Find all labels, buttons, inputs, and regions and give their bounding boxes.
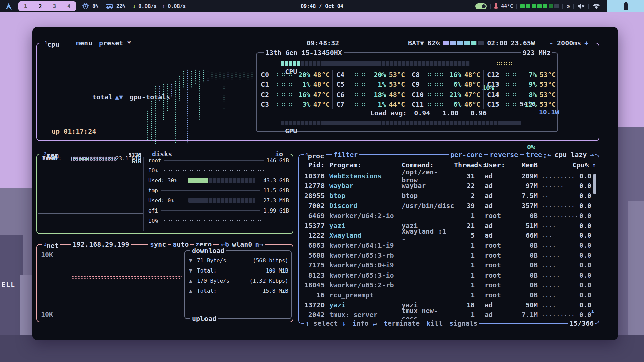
- process-pid: 7002: [304, 202, 325, 210]
- gpu-totals-label[interactable]: gpu-totals: [128, 93, 172, 101]
- core-row: C5 1% 53°C: [332, 80, 408, 90]
- disk-size: 1.99 GiB: [263, 207, 289, 214]
- battery-status[interactable]: BAT▼ 82% 02:00 23.65W: [406, 39, 537, 47]
- process-cpu: 0.0: [577, 222, 591, 230]
- core-temp: 48°C: [461, 71, 480, 79]
- process-mem: 7.5M: [505, 192, 538, 200]
- process-row[interactable]: 10378 WebExtensions /opt/zen-brow 31 ad …: [299, 171, 599, 181]
- net-rate-row: ▼ 71 Byte/s (568 bitps): [189, 256, 288, 264]
- kill-button[interactable]: kill: [426, 319, 443, 328]
- core-usage-graph: [277, 83, 294, 86]
- wifi-icon[interactable]: [592, 3, 600, 9]
- workspace-button[interactable]: 3: [49, 3, 61, 9]
- process-cpu-graph: ..: [542, 193, 574, 199]
- process-row[interactable]: 1222 Xwayland Xwayland :1 - 5 ad 66M ...…: [299, 231, 599, 241]
- rate-arrow-icon: ▲: [189, 278, 197, 284]
- toggle-switch[interactable]: [475, 3, 487, 9]
- core-usage-graph: [277, 93, 294, 96]
- select-buttons[interactable]: ↑ select ↓: [305, 319, 346, 328]
- filter-button[interactable]: filter: [332, 150, 359, 159]
- process-program: kworker/u65:3-rb: [329, 251, 402, 259]
- process-row[interactable]: 12778 waybar waybar 22 ad 97M ...... 0.0: [299, 181, 599, 191]
- signals-button[interactable]: signals: [449, 319, 477, 328]
- core-percent: 3%: [294, 100, 310, 108]
- per-core-toggle[interactable]: per-core: [449, 150, 484, 159]
- core-percent: 21%: [445, 90, 461, 99]
- header-cpu[interactable]: Cpu%: [538, 161, 589, 169]
- cpu-chip-icon: [82, 3, 89, 9]
- info-button[interactable]: info ↵: [352, 319, 376, 328]
- process-program: btop: [329, 192, 402, 200]
- process-row[interactable]: 7175 kworker/u65:0+i9 1 root 0B .... 0.0: [299, 260, 599, 270]
- core-temp: 53°C: [537, 90, 556, 99]
- core-grid: C0 20% 48°C C1 1% 48°C C2 16% 47°C: [257, 70, 559, 109]
- process-row[interactable]: 7002 Discord /usr/bin/disc 39 ad 357M ..…: [299, 201, 599, 211]
- wall-graffiti: ELL: [1, 280, 15, 288]
- sort-next-button[interactable]: →: [590, 150, 594, 159]
- sort-direction-icon[interactable]: ↑: [592, 161, 596, 169]
- sort-column-switcher[interactable]: ← cpu lazy →: [546, 150, 595, 159]
- interface-switcher[interactable]: ←b wlan0 n→: [219, 240, 265, 249]
- header-pid[interactable]: Pid:: [304, 161, 325, 169]
- cpu-box-title: 1cpu: [43, 39, 61, 49]
- process-threads: 31: [454, 172, 475, 180]
- auto-toggle[interactable]: auto: [171, 240, 190, 249]
- process-cpu: 0.0: [577, 291, 591, 299]
- core-row: C2 16% 47°C: [257, 89, 332, 100]
- process-mem: 50M: [505, 301, 538, 309]
- process-row[interactable]: 18045 kworker/u65:2-rb 1 root 0B ..... 0…: [299, 280, 599, 290]
- header-threads[interactable]: Threads:: [454, 161, 475, 169]
- scroll-down-icon[interactable]: ↓: [591, 307, 595, 315]
- process-program: Discord: [329, 202, 402, 210]
- process-mem: 66M: [505, 231, 538, 239]
- reverse-toggle[interactable]: reverse: [488, 150, 520, 159]
- process-mem: 0B: [505, 251, 538, 259]
- tree-toggle[interactable]: tree: [524, 150, 544, 159]
- workspace-button[interactable]: 2: [34, 3, 46, 10]
- disk-used-label: Used: 30%: [148, 177, 188, 184]
- process-user: root: [485, 241, 505, 249]
- process-pid: 8123: [304, 271, 325, 279]
- workspace-button[interactable]: 4: [63, 3, 75, 9]
- graph-scale-arrows[interactable]: ▲▼: [113, 93, 125, 101]
- iface-next-button[interactable]: n→: [255, 240, 263, 249]
- gear-icon[interactable]: ⚙: [566, 3, 570, 10]
- proc-scrollbar-thumb[interactable]: [593, 174, 596, 194]
- workspace-button[interactable]: 1: [20, 3, 32, 9]
- core-row: C3 3% 47°C: [257, 100, 332, 110]
- cpu-meter: [281, 61, 470, 66]
- disk-tmp-used-row: Used: 0% 27.3 MiB: [148, 196, 289, 204]
- process-row[interactable]: 2042 tmux: server tmux new-sess 1 ad 7.1…: [299, 310, 599, 320]
- process-row[interactable]: 6469 kworker/u64:2-io 1 root 0B ........…: [299, 210, 599, 221]
- sync-toggle[interactable]: sync: [148, 240, 168, 249]
- process-row[interactable]: 8123 kworker/u65:3-io 1 root 0B ..... 0.…: [299, 270, 599, 280]
- graph-mode-label[interactable]: total: [91, 93, 114, 101]
- header-program[interactable]: Program:: [329, 161, 402, 169]
- process-cpu: 0.0: [577, 212, 591, 220]
- process-threads: 1: [454, 281, 475, 289]
- process-threads: 21: [454, 222, 475, 230]
- battery-module[interactable]: [607, 0, 644, 12]
- interval-increase-button[interactable]: +: [584, 39, 588, 47]
- process-row[interactable]: 16 rcu_preempt 1 root 0B .... 0.0: [299, 290, 599, 300]
- process-row[interactable]: 5688 kworker/u65:3-rb 1 root 0B ..... 0.…: [299, 250, 599, 260]
- upload-speed-value: 0.0B/s: [168, 3, 186, 9]
- terminate-button[interactable]: terminate: [384, 319, 420, 328]
- menu-button[interactable]: menu: [74, 39, 94, 47]
- separator: [102, 4, 102, 9]
- process-pid: 6469: [304, 212, 325, 220]
- preset-button[interactable]: preset *: [97, 39, 133, 47]
- process-cpu-graph: .....: [542, 272, 574, 278]
- header-mem[interactable]: MemB: [505, 161, 538, 169]
- io-graph: [164, 220, 262, 222]
- process-program: kworker/u65:3-io: [329, 271, 402, 279]
- header-user[interactable]: User:: [485, 161, 505, 169]
- interval-decrease-button[interactable]: -: [549, 39, 553, 47]
- core-name: C11: [412, 100, 428, 108]
- sort-prev-button[interactable]: ←: [547, 150, 551, 159]
- core-name: C2: [261, 90, 277, 99]
- cpu-total-row: CPU 10% 54°C 10.1W: [261, 60, 556, 68]
- core-percent: 16%: [445, 71, 461, 79]
- speaker-muted-icon[interactable]: [577, 3, 585, 9]
- process-row[interactable]: 28955 btop btop 2 ad 7.5M .. 0.0: [299, 191, 599, 201]
